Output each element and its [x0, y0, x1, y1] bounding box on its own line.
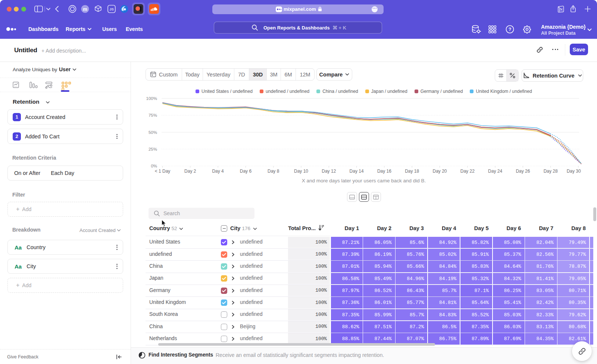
svg-text:Day 10: Day 10 [294, 169, 308, 174]
svg-text:100%: 100% [146, 96, 157, 101]
svg-text:Day 18: Day 18 [405, 169, 419, 174]
svg-text:Day 22: Day 22 [460, 169, 475, 174]
svg-text:Day 26: Day 26 [516, 169, 530, 174]
svg-text:Day 12: Day 12 [322, 169, 336, 174]
svg-text:Day 8: Day 8 [268, 169, 279, 174]
svg-text:Day 4: Day 4 [212, 169, 224, 174]
svg-text:Day 2: Day 2 [184, 169, 196, 174]
svg-text:?: ? [509, 27, 512, 32]
svg-text:N: N [560, 7, 563, 12]
svg-text:50%: 50% [149, 130, 157, 135]
svg-text:75%: 75% [149, 113, 157, 117]
svg-text:Day 20: Day 20 [432, 169, 447, 174]
svg-text:Day 14: Day 14 [350, 169, 364, 174]
svg-text:Day 24: Day 24 [488, 169, 502, 174]
svg-text:Day 6: Day 6 [240, 169, 252, 174]
svg-text:Day 30: Day 30 [567, 169, 581, 174]
svg-text:0%: 0% [151, 164, 157, 168]
svg-text:25%: 25% [149, 147, 157, 151]
svg-text:< 1 Day: < 1 Day [155, 169, 171, 174]
svg-text:Day 28: Day 28 [544, 169, 558, 174]
svg-text:Day 16: Day 16 [377, 169, 391, 174]
svg-text:m: m [83, 6, 87, 12]
svg-text:JS: JS [109, 7, 114, 11]
